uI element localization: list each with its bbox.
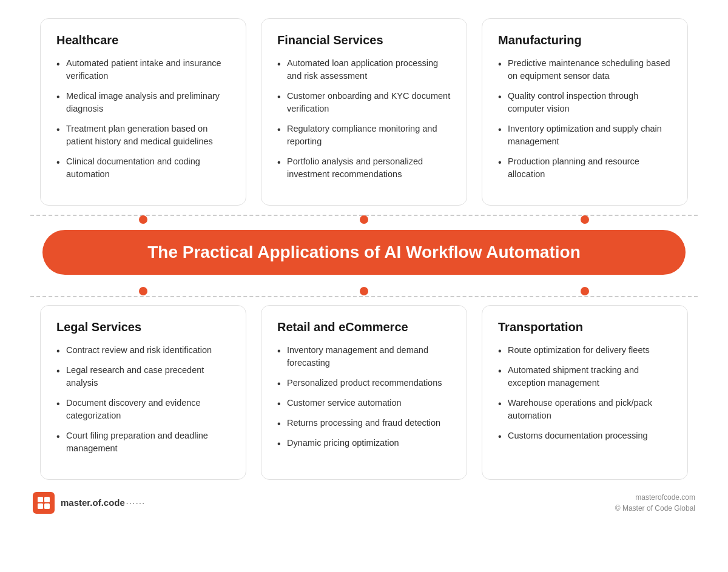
list-item: Warehouse operations and pick/pack autom… — [498, 397, 672, 422]
card-list-manufacturing: Predictive maintenance scheduling based … — [498, 57, 672, 181]
list-item: Customer service automation — [277, 397, 451, 409]
list-item: Document discovery and evidence categori… — [56, 397, 230, 422]
connector-dot-top-2 — [581, 287, 589, 295]
list-item: Clinical documentation and coding automa… — [56, 155, 230, 181]
list-item: Personalized product recommendations — [277, 377, 451, 389]
card-list-retail: Inventory management and demand forecast… — [277, 344, 451, 449]
list-item: Production planning and resource allocat… — [498, 155, 672, 181]
list-item: Inventory management and demand forecast… — [277, 344, 451, 369]
card-list-financial: Automated loan application processing an… — [277, 57, 451, 181]
svg-rect-2 — [38, 503, 43, 509]
list-item: Legal research and case precedent analys… — [56, 364, 230, 389]
card-title-retail: Retail and eCommerce — [277, 320, 451, 334]
logo-icon — [33, 492, 55, 514]
card-list-transportation: Route optimization for delivery fleetsAu… — [498, 344, 672, 442]
svg-rect-1 — [44, 497, 50, 502]
list-item: Quality control inspection through compu… — [498, 90, 672, 115]
list-item: Automated patient intake and insurance v… — [56, 57, 230, 82]
card-legal: Legal ServicesContract review and risk i… — [40, 305, 246, 480]
connector-dot-bottom-2 — [581, 215, 589, 224]
logo-text: master.of.code······ — [61, 497, 146, 508]
card-title-healthcare: Healthcare — [56, 33, 230, 47]
list-item: Predictive maintenance scheduling based … — [498, 57, 672, 82]
svg-rect-0 — [38, 497, 43, 502]
card-healthcare: HealthcareAutomated patient intake and i… — [40, 18, 246, 206]
list-item: Route optimization for delivery fleets — [498, 344, 672, 357]
page-container: HealthcareAutomated patient intake and i… — [30, 18, 698, 514]
card-title-legal: Legal Services — [56, 320, 230, 334]
list-item: Inventory optimization and supply chain … — [498, 123, 672, 148]
list-item: Contract review and risk identification — [56, 344, 230, 357]
connector-dot-bottom-0 — [139, 215, 147, 224]
card-manufacturing: ManufacturingPredictive maintenance sche… — [482, 18, 688, 206]
bottom-cards-row: Legal ServicesContract review and risk i… — [30, 305, 698, 480]
footer-copyright: masterofcode.com © Master of Code Global — [615, 492, 695, 514]
list-item: Returns processing and fraud detection — [277, 417, 451, 429]
list-item: Regulatory compliance monitoring and rep… — [277, 123, 451, 148]
card-title-manufacturing: Manufacturing — [498, 33, 672, 47]
list-item: Customs documentation processing — [498, 429, 672, 442]
card-list-legal: Contract review and risk identificationL… — [56, 344, 230, 455]
list-item: Automated loan application processing an… — [277, 57, 451, 82]
main-banner: The Practical Applications of AI Workflo… — [42, 230, 686, 275]
list-item: Customer onboarding and KYC document ver… — [277, 90, 451, 115]
top-cards-row: HealthcareAutomated patient intake and i… — [30, 18, 698, 206]
list-item: Court filing preparation and deadline ma… — [56, 429, 230, 455]
list-item: Automated shipment tracking and exceptio… — [498, 364, 672, 389]
card-title-transportation: Transportation — [498, 320, 672, 334]
card-transportation: TransportationRoute optimization for del… — [482, 305, 688, 480]
list-item: Portfolio analysis and personalized inve… — [277, 155, 451, 181]
list-item: Medical image analysis and preliminary d… — [56, 90, 230, 115]
list-item: Treatment plan generation based on patie… — [56, 123, 230, 148]
card-title-financial: Financial Services — [277, 33, 451, 47]
banner-title: The Practical Applications of AI Workflo… — [67, 242, 661, 263]
logo-area: master.of.code······ — [33, 492, 146, 514]
connector-dot-top-1 — [360, 287, 368, 295]
svg-rect-3 — [44, 503, 50, 509]
card-financial: Financial ServicesAutomated loan applica… — [261, 18, 467, 206]
card-retail: Retail and eCommerceInventory management… — [261, 305, 467, 480]
connector-dot-bottom-1 — [360, 215, 368, 224]
card-list-healthcare: Automated patient intake and insurance v… — [56, 57, 230, 181]
footer: master.of.code······ masterofcode.com © … — [30, 492, 698, 514]
list-item: Dynamic pricing optimization — [277, 437, 451, 449]
connector-dot-top-0 — [139, 287, 147, 295]
